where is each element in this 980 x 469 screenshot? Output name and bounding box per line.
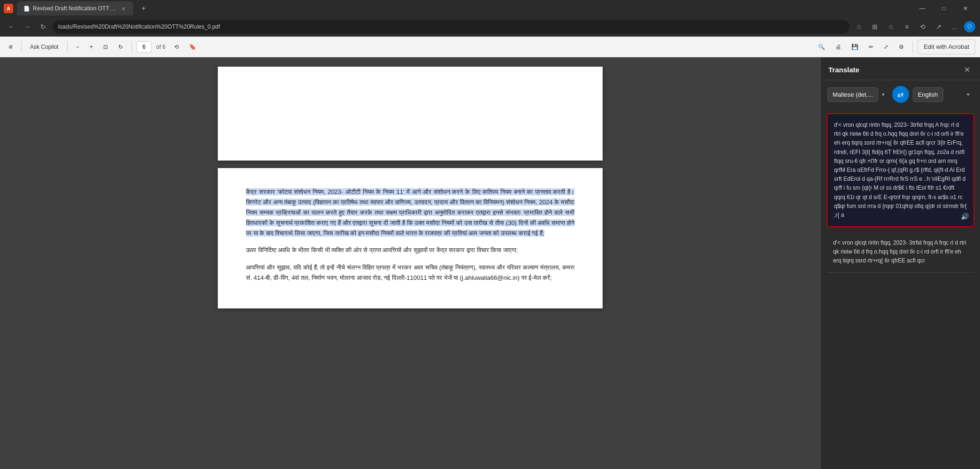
toolbar-divider-2 <box>67 41 68 53</box>
translate-content-area[interactable]: d'< vron qlcqt riritn ftqq, 2023- 3trfid… <box>821 108 980 469</box>
translation-text-secondary: d'< vron qlcqt riritn ftqq, 2023- 3trfid… <box>833 239 966 264</box>
history-icon[interactable]: ⟲ <box>916 20 929 33</box>
translate-close-button[interactable]: ✕ <box>961 64 972 75</box>
swap-icon: ⇄ <box>897 90 903 99</box>
star-icon[interactable]: ☆ <box>852 20 865 33</box>
active-tab[interactable]: 📄 Revised Draft Notification OTT Ru... ✕ <box>17 1 133 15</box>
extensions-icon[interactable]: ⊞ <box>868 20 881 33</box>
minimize-button[interactable]: — <box>911 0 933 17</box>
new-tab-button[interactable]: + <box>137 2 150 15</box>
forward-button[interactable]: → <box>21 20 34 33</box>
fullscreen-button[interactable]: ⤢ <box>880 39 892 54</box>
addressbar: ← → ↻ ☆ ⊞ ☆ ≡ ⟲ ↗ … ⬡ <box>0 17 980 37</box>
toolbar-divider-1 <box>21 41 22 53</box>
rotate-button[interactable]: ↻ <box>115 39 127 54</box>
translate-panel: Translate ✕ Maltese (det.... ⇄ English d… <box>820 57 980 469</box>
toolbar-divider-3 <box>131 41 132 53</box>
translation-text-primary: d'< vron qlcqt riritn ftqq, 2023- 3trfid… <box>834 122 967 218</box>
highlighted-text: केंद्र सरकार 'कोटपा संशोधन नियम, 2023- ओ… <box>246 188 574 237</box>
toolbar-divider-4 <box>912 41 913 53</box>
source-language-select[interactable]: Maltese (det.... <box>827 87 878 102</box>
address-input[interactable] <box>53 20 850 33</box>
read-aloud-icon: अ <box>8 44 13 50</box>
back-button[interactable]: ← <box>5 20 18 33</box>
audio-icon[interactable]: 🔊 <box>961 211 969 222</box>
page-number-input[interactable] <box>137 41 152 53</box>
translation-box-secondary: d'< vron qlcqt riritn ftqq, 2023- 3trfid… <box>827 232 974 273</box>
titlebar: A 📄 Revised Draft Notification OTT Ru...… <box>0 0 980 17</box>
reading-view-icon[interactable]: ≡ <box>900 20 913 33</box>
draw-button[interactable]: ✏ <box>865 39 877 54</box>
translate-header: Translate ✕ <box>821 57 980 80</box>
pdf-toolbar: अ Ask Copilot − + ⊡ ↻ of 6 ⟲ 🔖 🔍 🖨 💾 ✏ ⤢… <box>0 37 980 57</box>
edit-with-acrobat-button[interactable]: Edit with Acrobat <box>918 39 975 54</box>
target-language-select[interactable]: English <box>913 87 943 102</box>
edit-acrobat-label: Edit with Acrobat <box>924 43 969 50</box>
edge-profile-icon[interactable]: ⬡ <box>964 21 975 32</box>
pdf-scroll-container: केंद्र सरकार 'कोटपा संशोधन नियम, 2023- ओ… <box>0 57 820 318</box>
search-button[interactable]: 🔍 <box>814 39 829 54</box>
read-aloud-button[interactable]: अ <box>5 39 16 54</box>
translate-title: Translate <box>828 66 859 74</box>
pdf-text-content: केंद्र सरकार 'कोटपा संशोधन नियम, 2023- ओ… <box>246 187 574 283</box>
pdf-paragraph-2: ऊपर विनिर्दिष्ट अवधि के भीतर किसी भी व्य… <box>246 245 574 255</box>
swap-languages-button[interactable]: ⇄ <box>892 86 909 103</box>
more-tools-button[interactable]: … <box>948 20 961 33</box>
save-button[interactable]: 💾 <box>848 39 862 54</box>
browser-icon: A <box>4 4 13 13</box>
copilot-label: Ask Copilot <box>30 44 59 50</box>
pdf-paragraph-highlighted: केंद्र सरकार 'कोटपा संशोधन नियम, 2023- ओ… <box>246 187 574 238</box>
pdf-viewer[interactable]: केंद्र सरकार 'कोटपा संशोधन नियम, 2023- ओ… <box>0 57 820 469</box>
pdf-page-top <box>218 67 603 161</box>
rewind-button[interactable]: ⟲ <box>170 39 183 54</box>
maximize-button[interactable]: □ <box>933 0 955 17</box>
pdf-page-main: केंद्र सरकार 'कोटपा संशोधन नियम, 2023- ओ… <box>218 168 603 308</box>
share-icon[interactable]: ↗ <box>932 20 945 33</box>
target-language-wrapper: English <box>913 87 974 102</box>
fit-page-button[interactable]: ⊡ <box>100 39 112 54</box>
zoom-in-button[interactable]: + <box>86 39 97 54</box>
language-selector-row: Maltese (det.... ⇄ English <box>821 80 980 108</box>
reload-button[interactable]: ↻ <box>37 20 50 33</box>
window-controls: — □ ✕ <box>911 0 976 17</box>
favorites-icon[interactable]: ☆ <box>884 20 897 33</box>
ask-copilot-button[interactable]: Ask Copilot <box>26 39 62 54</box>
total-pages-label: of 6 <box>154 44 168 50</box>
print-button[interactable]: 🖨 <box>832 39 845 54</box>
bookmark-button[interactable]: 🔖 <box>185 39 200 54</box>
main-content: केंद्र सरकार 'कोटपा संशोधन नियम, 2023- ओ… <box>0 57 980 469</box>
tab-title: Revised Draft Notification OTT Ru... <box>33 5 117 12</box>
source-language-wrapper: Maltese (det.... <box>827 87 888 102</box>
pdf-paragraph-3: आपत्तियां और सुझाव, यदि कोई हैं, तो इन्ह… <box>246 262 574 283</box>
tab-close-button[interactable]: ✕ <box>120 5 127 12</box>
translation-box-primary: d'< vron qlcqt riritn ftqq, 2023- 3trfid… <box>827 113 974 227</box>
close-button[interactable]: ✕ <box>955 0 976 17</box>
settings-button[interactable]: ⚙ <box>895 39 908 54</box>
zoom-out-button[interactable]: − <box>72 39 83 54</box>
